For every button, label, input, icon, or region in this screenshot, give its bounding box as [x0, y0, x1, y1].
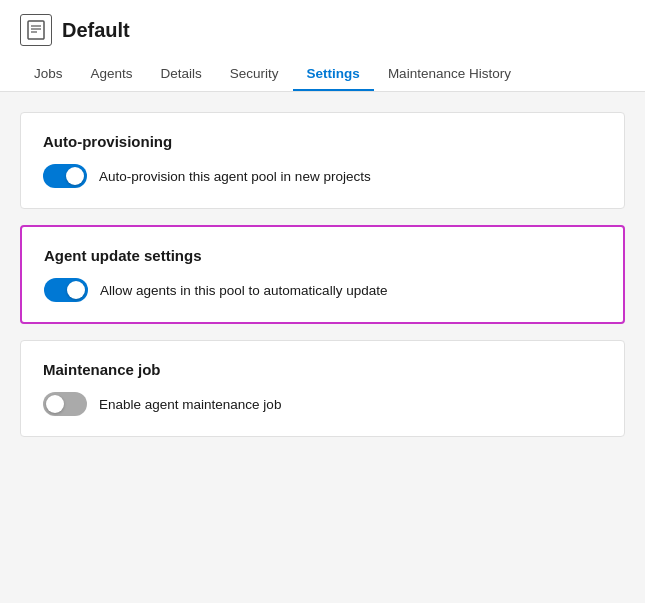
- nav-tabs: Jobs Agents Details Security Settings Ma…: [20, 58, 625, 91]
- auto-provisioning-card: Auto-provisioning Auto-provision this ag…: [20, 112, 625, 209]
- maintenance-job-toggle-row: Enable agent maintenance job: [43, 392, 602, 416]
- maintenance-job-label: Enable agent maintenance job: [99, 397, 281, 412]
- toggle-thumb: [46, 395, 64, 413]
- page-title: Default: [62, 19, 130, 42]
- agent-update-toggle[interactable]: [44, 278, 88, 302]
- auto-provisioning-toggle-row: Auto-provision this agent pool in new pr…: [43, 164, 602, 188]
- pool-icon: [20, 14, 52, 46]
- svg-rect-0: [28, 21, 44, 39]
- agent-update-label: Allow agents in this pool to automatical…: [100, 283, 387, 298]
- tab-security[interactable]: Security: [216, 58, 293, 91]
- agent-update-title: Agent update settings: [44, 247, 601, 264]
- agent-update-settings-card: Agent update settings Allow agents in th…: [20, 225, 625, 324]
- maintenance-job-toggle[interactable]: [43, 392, 87, 416]
- tab-agents[interactable]: Agents: [77, 58, 147, 91]
- tab-settings[interactable]: Settings: [293, 58, 374, 91]
- main-content: Auto-provisioning Auto-provision this ag…: [0, 92, 645, 457]
- tab-jobs[interactable]: Jobs: [20, 58, 77, 91]
- toggle-thumb: [67, 281, 85, 299]
- agent-update-toggle-row: Allow agents in this pool to automatical…: [44, 278, 601, 302]
- tab-maintenance-history[interactable]: Maintenance History: [374, 58, 525, 91]
- tab-details[interactable]: Details: [147, 58, 216, 91]
- maintenance-job-title: Maintenance job: [43, 361, 602, 378]
- page-header: Default Jobs Agents Details Security Set…: [0, 0, 645, 92]
- maintenance-job-card: Maintenance job Enable agent maintenance…: [20, 340, 625, 437]
- auto-provisioning-label: Auto-provision this agent pool in new pr…: [99, 169, 371, 184]
- title-row: Default: [20, 14, 625, 46]
- toggle-thumb: [66, 167, 84, 185]
- auto-provisioning-title: Auto-provisioning: [43, 133, 602, 150]
- auto-provisioning-toggle[interactable]: [43, 164, 87, 188]
